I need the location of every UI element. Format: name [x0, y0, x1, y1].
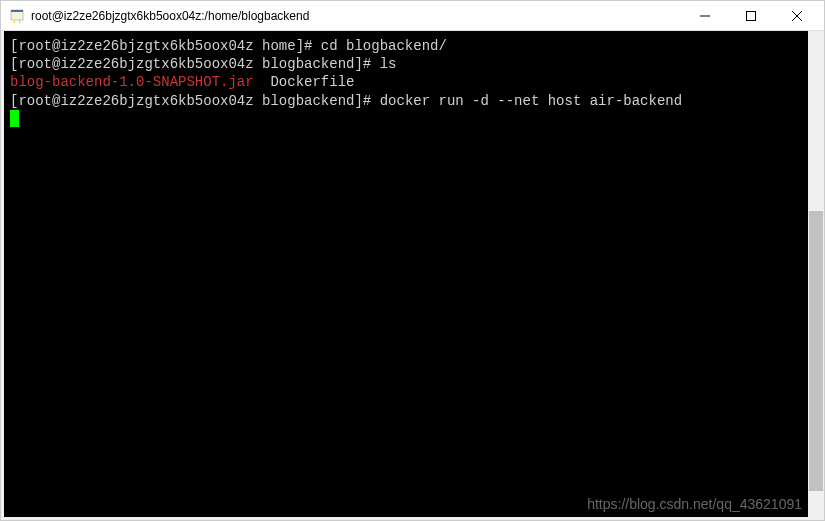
window-controls — [682, 1, 820, 30]
svg-rect-1 — [11, 10, 23, 12]
minimize-button[interactable] — [682, 1, 728, 30]
prompt: [root@iz2ze26bjzgtx6kb5oox04z blogbacken… — [10, 56, 380, 72]
command: ls — [380, 56, 397, 72]
titlebar: root@iz2ze26bjzgtx6kb5oox04z:/home/blogb… — [1, 1, 824, 31]
prompt: [root@iz2ze26bjzgtx6kb5oox04z blogbacken… — [10, 93, 380, 109]
file-jar: blog-backend-1.0-SNAPSHOT.jar — [10, 74, 254, 90]
terminal-line: blog-backend-1.0-SNAPSHOT.jar Dockerfile — [10, 73, 802, 91]
cursor — [10, 110, 19, 127]
command: docker run -d --net host air-backend — [380, 93, 682, 109]
terminal-line: [root@iz2ze26bjzgtx6kb5oox04z home]# cd … — [10, 37, 802, 55]
command: cd blogbackend/ — [321, 38, 447, 54]
terminal-line: [root@iz2ze26bjzgtx6kb5oox04z blogbacken… — [10, 92, 802, 110]
maximize-button[interactable] — [728, 1, 774, 30]
watermark: https://blog.csdn.net/qq_43621091 — [587, 496, 802, 512]
file-dockerfile: Dockerfile — [270, 74, 354, 90]
close-button[interactable] — [774, 1, 820, 30]
terminal[interactable]: [root@iz2ze26bjzgtx6kb5oox04z home]# cd … — [4, 31, 808, 517]
scrollbar-thumb[interactable] — [809, 211, 823, 491]
terminal-line: [root@iz2ze26bjzgtx6kb5oox04z blogbacken… — [10, 55, 802, 73]
prompt: [root@iz2ze26bjzgtx6kb5oox04z home]# — [10, 38, 321, 54]
cursor-line — [10, 110, 802, 128]
app-icon — [9, 8, 25, 24]
window-title: root@iz2ze26bjzgtx6kb5oox04z:/home/blogb… — [31, 9, 682, 23]
scrollbar[interactable] — [808, 31, 824, 520]
svg-rect-3 — [747, 11, 756, 20]
